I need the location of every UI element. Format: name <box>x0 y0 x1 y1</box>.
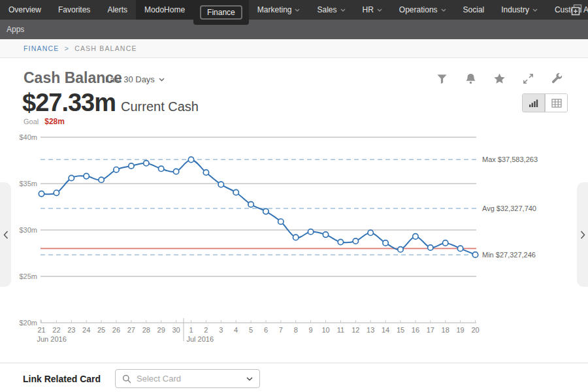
current-cash-label: Current Cash <box>121 99 199 114</box>
svg-text:20: 20 <box>471 326 479 334</box>
nav-item-alerts[interactable]: Alerts <box>99 0 136 20</box>
breadcrumb-separator: > <box>65 44 70 52</box>
chevron-down-icon <box>532 8 538 12</box>
date-range-dropdown[interactable]: Last 30 Days <box>105 74 165 84</box>
svg-text:3: 3 <box>219 326 223 334</box>
svg-text:25: 25 <box>97 326 105 334</box>
svg-text:18: 18 <box>442 326 449 334</box>
wrench-icon[interactable] <box>551 73 563 85</box>
current-cash-value: $27.33m <box>22 89 116 117</box>
top-nav: OverviewFavoritesAlertsModoHomeFinanceMa… <box>0 0 588 20</box>
nav-item-favorites[interactable]: Favorites <box>50 0 99 20</box>
dashboard-screen: OverviewFavoritesAlertsModoHomeFinanceMa… <box>0 0 588 392</box>
table-view-button[interactable] <box>545 94 567 112</box>
select-card-placeholder: Select Card <box>137 374 241 384</box>
svg-text:Min $27,327,246: Min $27,327,246 <box>482 251 536 259</box>
chart-view-button[interactable] <box>523 94 545 112</box>
svg-text:$20m: $20m <box>19 319 37 327</box>
chevron-left-icon <box>3 231 8 239</box>
apps-bar[interactable]: Apps <box>0 20 588 39</box>
table-grid-icon <box>551 99 562 108</box>
svg-text:27: 27 <box>127 326 135 334</box>
date-range-label: Last 30 Days <box>105 74 155 84</box>
cash-balance-line-chart[interactable]: $40m$35m$30m$25m$20mMax $37,583,263Avg $… <box>0 127 588 350</box>
svg-text:$40m: $40m <box>19 133 37 141</box>
svg-text:5: 5 <box>249 326 253 334</box>
svg-text:16: 16 <box>412 326 419 334</box>
expand-icon[interactable] <box>522 73 534 85</box>
svg-text:19: 19 <box>456 326 464 334</box>
goal-row: Goal $28m <box>24 117 65 126</box>
search-icon <box>122 374 131 384</box>
nav-item-finance[interactable]: Finance <box>193 0 249 25</box>
summary-number: $27.33m Current Cash <box>22 89 199 117</box>
prev-card-paddle[interactable] <box>0 182 11 287</box>
svg-text:6: 6 <box>264 326 268 334</box>
nav-item-operations[interactable]: Operations <box>391 0 455 20</box>
svg-text:8: 8 <box>294 326 298 334</box>
goal-value: $28m <box>44 117 65 126</box>
svg-text:Jun 2016: Jun 2016 <box>37 335 67 343</box>
svg-text:1: 1 <box>189 326 193 334</box>
svg-text:14: 14 <box>382 326 389 334</box>
svg-text:22: 22 <box>52 326 60 334</box>
breadcrumb-current: CASH BALANCE <box>74 44 137 52</box>
svg-text:Max $37,583,263: Max $37,583,263 <box>482 155 538 163</box>
nav-item-social[interactable]: Social <box>455 0 493 20</box>
star-icon[interactable] <box>493 73 506 85</box>
bar-chart-icon <box>529 99 539 108</box>
select-card-dropdown[interactable]: Select Card <box>115 369 260 388</box>
breadcrumb: FINANCE > CASH BALANCE <box>0 39 588 58</box>
link-related-card-label: Link Related Card <box>23 374 101 384</box>
next-card-paddle[interactable] <box>577 182 588 287</box>
goal-label: Goal <box>24 118 39 125</box>
svg-text:26: 26 <box>112 326 120 334</box>
svg-text:$30m: $30m <box>19 226 37 234</box>
nav-item-sales[interactable]: Sales <box>308 0 353 20</box>
nav-item-hr[interactable]: HR <box>354 0 391 20</box>
add-card-grid-icon[interactable] <box>571 4 583 16</box>
apps-bar-label: Apps <box>7 25 24 34</box>
nav-item-marketing[interactable]: Marketing <box>249 0 309 20</box>
breadcrumb-finance-link[interactable]: FINANCE <box>24 44 59 52</box>
svg-text:15: 15 <box>397 326 404 334</box>
chevron-down-icon <box>246 377 253 381</box>
svg-text:11: 11 <box>337 326 344 334</box>
svg-text:$25m: $25m <box>19 272 37 280</box>
svg-text:29: 29 <box>157 326 165 334</box>
chevron-right-icon <box>580 231 585 239</box>
filter-icon[interactable] <box>436 73 448 85</box>
chevron-down-icon <box>159 78 165 82</box>
chevron-down-icon <box>340 8 346 12</box>
view-toggle <box>522 93 568 112</box>
svg-text:13: 13 <box>367 326 374 334</box>
svg-text:12: 12 <box>351 326 359 334</box>
svg-text:24: 24 <box>82 326 90 334</box>
svg-text:2: 2 <box>204 326 208 334</box>
svg-text:9: 9 <box>309 326 313 334</box>
svg-text:7: 7 <box>279 326 283 334</box>
chevron-down-icon <box>441 8 446 12</box>
nav-item-modohome[interactable]: ModoHome <box>136 0 193 20</box>
svg-text:30: 30 <box>172 326 180 334</box>
card-toolbar <box>436 73 563 85</box>
chevron-down-icon <box>295 8 300 12</box>
nav-items: OverviewFavoritesAlertsModoHomeFinanceMa… <box>0 0 588 20</box>
svg-text:21: 21 <box>37 326 45 334</box>
svg-text:23: 23 <box>67 326 75 334</box>
svg-text:28: 28 <box>142 326 150 334</box>
svg-text:Avg $32,327,740: Avg $32,327,740 <box>482 204 536 212</box>
svg-text:$35m: $35m <box>19 180 37 188</box>
footer-divider <box>0 363 588 363</box>
bell-icon[interactable] <box>465 73 477 85</box>
svg-text:10: 10 <box>321 326 329 334</box>
svg-text:4: 4 <box>234 326 238 334</box>
svg-text:Jul 2016: Jul 2016 <box>186 335 214 343</box>
nav-item-industry[interactable]: Industry <box>493 0 546 20</box>
footer-row: Link Related Card Select Card <box>23 369 260 388</box>
svg-text:17: 17 <box>427 326 434 334</box>
nav-item-overview[interactable]: Overview <box>0 0 50 20</box>
chevron-down-icon <box>377 8 382 12</box>
